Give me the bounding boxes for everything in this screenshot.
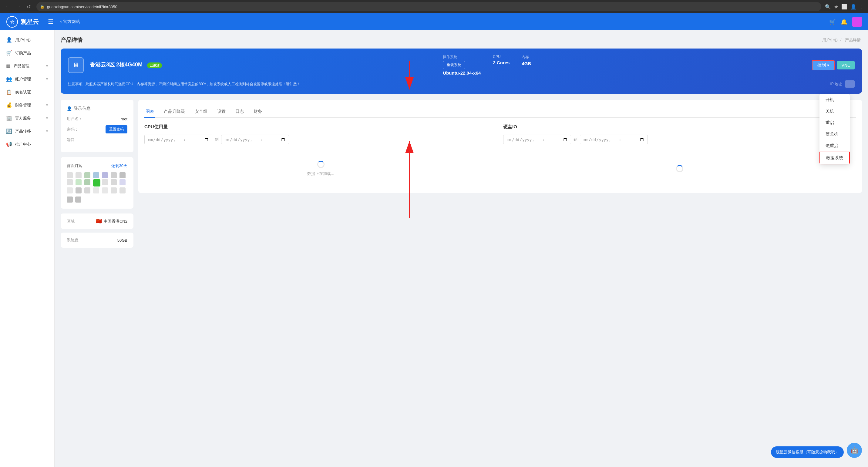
disk-io-chart-title: 硬盘IO	[503, 124, 856, 130]
dropdown-item-restart[interactable]: 重启	[819, 117, 850, 129]
ip-label: IP 地址	[830, 82, 842, 87]
customer-service-btn[interactable]: 观星云微信客服（可随意撩动我哦）	[771, 446, 844, 458]
calendar-cell	[111, 187, 117, 193]
sidebar-item-finance[interactable]: 💰 财务管理 ∨	[0, 98, 54, 112]
realname-icon: 📋	[6, 89, 12, 95]
back-button[interactable]: ←	[4, 2, 12, 11]
dropdown-item-rescue[interactable]: 救援系统	[819, 152, 850, 164]
cpu-end-date[interactable]	[221, 135, 289, 144]
refresh-button[interactable]: ↺	[24, 2, 33, 11]
cpu-date-range: 到	[144, 135, 497, 144]
calendar-cell	[120, 179, 126, 185]
calendar-cell	[75, 179, 82, 185]
forward-button[interactable]: →	[14, 2, 23, 11]
two-col-layout: 👤 登录信息 用户名： root 密码： 重置密码 端口	[61, 100, 862, 248]
order-icon: 🛒	[6, 50, 12, 56]
sidebar-item-label: 订购产品	[15, 50, 31, 56]
search-icon[interactable]: 🔍	[825, 4, 831, 10]
sidebar-item-label: 产品转移	[15, 129, 31, 134]
cart-icon[interactable]: 🛒	[829, 19, 836, 25]
tab-finance[interactable]: 财务	[252, 106, 263, 118]
sidebar-item-products[interactable]: ▦ 产品管理 ∨	[0, 59, 54, 72]
calendar-cell	[84, 172, 90, 178]
dropdown-item-hard-restart[interactable]: 硬重启	[819, 140, 850, 152]
legend-cell	[67, 196, 73, 203]
legend-cell	[75, 196, 81, 203]
reinstall-button[interactable]: 重装系统	[443, 61, 465, 69]
hamburger-menu[interactable]: ☰	[48, 18, 53, 26]
promotion-icon: 📢	[6, 141, 12, 147]
disk-io-end-date[interactable]	[580, 135, 648, 144]
tab-chart[interactable]: 图表	[144, 106, 155, 118]
calendar-cell	[93, 187, 99, 193]
username-value: root	[121, 117, 127, 121]
sidebar-item-realname[interactable]: 📋 实名认证	[0, 86, 54, 98]
os-value: Ubuntu-22.04-x64	[443, 70, 481, 75]
sidebar: 👤 用户中心 🛒 订购产品 ▦ 产品管理 ∨ 👥 账户管理 ∨ 📋 实名认证	[0, 30, 55, 467]
sidebar-item-label: 账户管理	[15, 76, 31, 82]
sidebar-item-transfer[interactable]: 🔄 产品转移 ∨	[0, 125, 54, 138]
disk-io-start-date[interactable]	[503, 135, 571, 144]
subscription-card: 首次订购 还剩30天	[61, 157, 133, 209]
sidebar-item-official-service[interactable]: 🏢 官方服务 ∨	[0, 112, 54, 125]
dropdown-item-hard-stop[interactable]: 硬关机	[819, 129, 850, 140]
subscription-title: 首次订购 还剩30天	[67, 163, 127, 168]
region-label: 区域	[67, 219, 74, 224]
logo-icon: ☆	[6, 16, 18, 28]
card-actions: 控制 ▾ VNC	[812, 60, 855, 70]
address-bar[interactable]: 🔒 guanxingyun.com/servicedetail?id=8050	[36, 2, 821, 11]
chart-tabs: 图表 产品升降级 安全组 设置 日志 财务	[144, 106, 856, 118]
password-row: 密码： 重置密码	[67, 125, 127, 133]
disk-io-date-range: 到	[503, 135, 856, 144]
tab-settings[interactable]: 设置	[216, 106, 227, 118]
calendar-cell	[111, 172, 117, 178]
cpu-label: CPU	[493, 55, 509, 59]
notice-label: 注意事项	[68, 82, 83, 87]
vnc-button[interactable]: VNC	[837, 61, 855, 69]
star-icon[interactable]: ★	[834, 4, 838, 10]
account-icon: 👥	[6, 76, 12, 82]
legend	[67, 196, 127, 203]
bell-icon[interactable]: 🔔	[841, 19, 847, 25]
cs-bot-icon[interactable]: 🤖	[847, 443, 862, 458]
calendar-cell	[84, 187, 90, 193]
content-area: 产品详情 用户中心 / 产品详情 🖥 香港云3区 2核4G40M 已	[55, 30, 868, 467]
ip-value	[845, 80, 855, 88]
cpu-start-date[interactable]	[144, 135, 212, 144]
tab-security-group[interactable]: 安全组	[193, 106, 209, 118]
sidebar-item-label: 财务管理	[15, 102, 31, 108]
loading-spinner	[317, 161, 324, 168]
tab-upgrade[interactable]: 产品升降级	[162, 106, 186, 118]
sidebar-item-account[interactable]: 👥 账户管理 ∨	[0, 72, 54, 86]
username-row: 用户名： root	[67, 116, 127, 122]
extensions-icon[interactable]: ⬜	[841, 4, 847, 10]
chevron-down-icon: ∨	[46, 116, 48, 120]
right-panel: 图表 产品升降级 安全组 设置 日志 财务 CPU使用量	[138, 100, 862, 248]
disk-label: 系统盘	[67, 238, 79, 243]
tab-logs[interactable]: 日志	[234, 106, 245, 118]
control-dropdown[interactable]: 开机 关机 重启 硬关机 硬重启 救援系统	[819, 94, 850, 164]
calendar-cell	[111, 179, 117, 185]
ram-value: 4GB	[522, 61, 531, 66]
official-site-link[interactable]: ⌂ 官方网站	[59, 19, 80, 25]
profile-icon[interactable]: 👤	[850, 4, 857, 10]
sidebar-item-label: 官方服务	[15, 116, 31, 121]
sidebar-item-promotion[interactable]: 📢 推广中心	[0, 138, 54, 151]
dropdown-item-start[interactable]: 开机	[819, 94, 850, 105]
breadcrumb-home[interactable]: 用户中心	[822, 38, 838, 42]
password-label: 密码：	[67, 127, 79, 132]
sidebar-item-order[interactable]: 🛒 订购产品	[0, 46, 54, 59]
user-avatar[interactable]	[852, 17, 862, 27]
dropdown-item-stop[interactable]: 关机	[819, 105, 850, 117]
reset-password-button[interactable]: 重置密码	[105, 125, 127, 133]
date-separator: 到	[574, 137, 578, 142]
region-card: 区域 🇨🇳 中国香港CN2	[61, 214, 133, 229]
control-button[interactable]: 控制 ▾	[812, 60, 835, 70]
cpu-loading: 数据正在加载...	[144, 150, 497, 187]
more-icon[interactable]: ⋮	[860, 4, 864, 10]
browser-chrome: ← → ↺ 🔒 guanxingyun.com/servicedetail?id…	[0, 0, 868, 13]
sidebar-item-user-center[interactable]: 👤 用户中心	[0, 33, 54, 46]
sidebar-item-label: 推广中心	[15, 142, 31, 147]
login-icon: 👤	[67, 106, 72, 111]
ram-spec: 内存 4GB	[522, 55, 531, 66]
